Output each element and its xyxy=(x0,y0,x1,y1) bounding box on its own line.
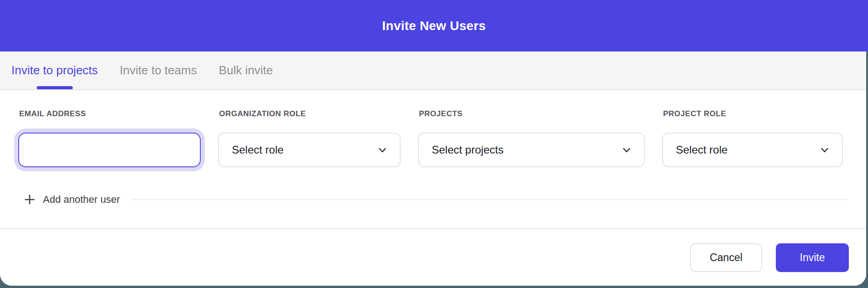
add-user-divider xyxy=(132,199,848,200)
projects-field-group: PROJECTS Select projects xyxy=(418,109,645,167)
email-input[interactable] xyxy=(18,133,201,167)
organization-role-label: ORGANIZATION ROLE xyxy=(219,109,401,118)
add-another-user-button[interactable]: Add another user xyxy=(18,194,848,206)
tab-invite-to-projects[interactable]: Invite to projects xyxy=(11,51,98,89)
dialog-title: Invite New Users xyxy=(382,19,486,33)
tab-invite-to-teams[interactable]: Invite to teams xyxy=(120,51,197,89)
projects-value: Select projects xyxy=(432,144,503,156)
tab-label: Invite to teams xyxy=(120,63,197,77)
chevron-down-icon xyxy=(377,144,388,155)
project-role-select[interactable]: Select role xyxy=(662,133,843,167)
invite-dialog-body: Invite to projectsInvite to teamsBulk in… xyxy=(0,51,866,286)
cancel-button[interactable]: Cancel xyxy=(690,243,762,272)
tab-label: Invite to projects xyxy=(11,63,98,77)
plus-icon xyxy=(24,194,36,206)
project-role-field-group: PROJECT ROLE Select role xyxy=(662,109,843,167)
email-address-label: EMAIL ADDRESS xyxy=(19,109,201,118)
projects-label: PROJECTS xyxy=(419,109,645,118)
email-field-group: EMAIL ADDRESS xyxy=(18,109,201,167)
add-another-user-label: Add another user xyxy=(43,194,120,206)
organization-role-select[interactable]: Select role xyxy=(218,133,401,167)
tab-bulk-invite[interactable]: Bulk invite xyxy=(219,51,273,89)
active-tab-indicator xyxy=(37,86,73,89)
tab-label: Bulk invite xyxy=(219,63,273,77)
dialog-footer: Cancel Invite xyxy=(0,228,866,286)
dialog-header: Invite New Users xyxy=(0,0,868,51)
invite-button[interactable]: Invite xyxy=(776,243,849,272)
chevron-down-icon xyxy=(621,144,632,155)
invite-form: EMAIL ADDRESS ORGANIZATION ROLE Select r… xyxy=(0,90,866,206)
project-role-value: Select role xyxy=(676,144,727,156)
organization-role-value: Select role xyxy=(232,144,283,156)
tab-bar: Invite to projectsInvite to teamsBulk in… xyxy=(0,51,866,90)
user-fields-row: EMAIL ADDRESS ORGANIZATION ROLE Select r… xyxy=(18,109,848,167)
projects-select[interactable]: Select projects xyxy=(418,133,645,167)
organization-role-field-group: ORGANIZATION ROLE Select role xyxy=(218,109,401,167)
project-role-label: PROJECT ROLE xyxy=(663,109,843,118)
chevron-down-icon xyxy=(819,144,830,155)
